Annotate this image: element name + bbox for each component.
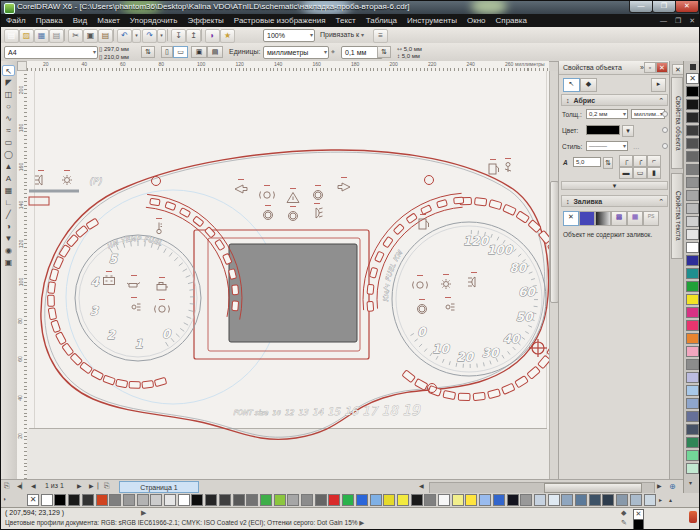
color-swatch[interactable]	[507, 494, 519, 506]
color-swatch[interactable]	[686, 190, 699, 201]
color-swatch[interactable]	[686, 281, 699, 292]
color-swatch[interactable]	[686, 372, 699, 383]
color-swatch[interactable]	[328, 494, 340, 506]
cap-round-button[interactable]: ▭	[633, 167, 647, 179]
color-swatch[interactable]	[686, 294, 699, 305]
color-swatch[interactable]	[534, 494, 546, 506]
profile-warning-icon[interactable]	[689, 511, 697, 523]
color-swatch[interactable]	[686, 216, 699, 227]
property-source-indicator[interactable]	[662, 111, 668, 117]
color-swatch[interactable]	[465, 494, 477, 506]
zoom-tool[interactable]: ○	[2, 101, 15, 112]
fill-section-header[interactable]: ↕ Заливка ⌃	[561, 195, 668, 207]
color-swatch[interactable]	[686, 424, 699, 435]
spin-buttons[interactable]: ⇅	[141, 46, 155, 58]
color-swatch[interactable]	[616, 494, 628, 506]
color-swatch[interactable]	[548, 494, 560, 506]
color-swatch[interactable]: ✕	[27, 494, 39, 506]
options-icon[interactable]: ≡	[373, 29, 388, 43]
color-swatch[interactable]	[274, 494, 286, 506]
color-swatch[interactable]	[96, 494, 108, 506]
fill-fountain-button[interactable]	[595, 211, 611, 226]
last-page-button[interactable]: ▶▕	[89, 482, 98, 489]
outline-color-dropdown[interactable]: ▾	[622, 125, 634, 137]
color-swatch[interactable]	[686, 151, 699, 162]
fill-postscript-button[interactable]: PS	[643, 211, 659, 226]
corner-bevel-button[interactable]: ⌐	[647, 155, 661, 167]
docker-options-button[interactable]: ▸	[651, 78, 666, 92]
color-swatch[interactable]	[479, 494, 491, 506]
document-window-controls[interactable]: — ❐ ✕	[660, 14, 698, 27]
coords-menu-arrow[interactable]: ▶	[141, 509, 146, 517]
color-swatch[interactable]	[686, 333, 699, 344]
units-combo[interactable]: миллиметры▾	[263, 46, 329, 59]
current-page-button[interactable]: ▤	[207, 46, 223, 58]
ruler-origin[interactable]	[17, 61, 27, 71]
color-swatch[interactable]	[219, 494, 231, 506]
undo-icon[interactable]: ↶	[117, 29, 132, 43]
color-swatch[interactable]	[686, 450, 699, 461]
duplicate-y-field[interactable]: ↕ 5,0 мм	[397, 53, 420, 59]
color-swatch[interactable]	[686, 411, 699, 422]
color-swatch[interactable]	[686, 255, 699, 266]
miter-limit-input[interactable]: 5,0	[573, 157, 601, 167]
pick-tool[interactable]: ↖	[2, 65, 15, 76]
color-swatch[interactable]	[686, 320, 699, 331]
polygon-tool[interactable]: ▲	[2, 161, 15, 172]
outline-color-swatch[interactable]	[586, 125, 620, 135]
color-swatch[interactable]	[287, 494, 299, 506]
color-swatch[interactable]: ✕	[686, 73, 699, 84]
copy-icon[interactable]: ▣	[83, 29, 98, 43]
scroll-right-button[interactable]: ▶	[657, 482, 662, 489]
palette-scroll-right-icon[interactable]: ▸	[659, 496, 662, 503]
color-swatch[interactable]	[205, 494, 217, 506]
color-swatch[interactable]	[301, 494, 313, 506]
palette-scroll-down-icon[interactable]: ▾	[689, 479, 692, 486]
color-swatch[interactable]	[686, 242, 699, 253]
prev-page-button[interactable]: ◀	[31, 482, 36, 489]
corner-miter-button[interactable]: ┌	[619, 155, 633, 167]
fill-tool[interactable]: ▣	[2, 257, 15, 268]
color-swatch[interactable]	[315, 494, 327, 506]
color-swatch[interactable]	[686, 138, 699, 149]
dimension-tool[interactable]: ∟	[2, 197, 15, 208]
palette-expand-icon[interactable]: ▴	[669, 496, 672, 503]
color-swatch[interactable]	[644, 494, 656, 506]
color-swatch[interactable]	[630, 494, 642, 506]
color-swatch[interactable]	[137, 494, 149, 506]
color-swatch[interactable]	[686, 268, 699, 279]
color-swatch[interactable]	[41, 494, 53, 506]
fill-uniform-button[interactable]	[579, 211, 595, 226]
color-swatch[interactable]	[233, 494, 245, 506]
pan-zoom-icon[interactable]: ⊕	[669, 482, 676, 491]
page-flip-icon[interactable]: ⎘	[4, 482, 10, 490]
menu-item-3[interactable]: Макет	[92, 14, 125, 27]
menu-item-8[interactable]: Таблица	[361, 14, 402, 27]
duplicate-x-field[interactable]: ⇿ 5,0 мм	[397, 45, 422, 52]
color-swatch[interactable]	[54, 494, 66, 506]
color-swatch[interactable]	[686, 346, 699, 357]
object-tab-button[interactable]: ↖	[563, 78, 580, 92]
color-swatch[interactable]	[686, 203, 699, 214]
menu-item-0[interactable]: Файл	[1, 14, 31, 27]
docker-pin-button[interactable]: ▫	[644, 62, 656, 73]
portrait-button[interactable]: ▯	[161, 46, 173, 58]
color-swatch[interactable]	[246, 494, 258, 506]
redo-icon[interactable]: ↷	[142, 29, 157, 43]
color-swatch[interactable]	[164, 494, 176, 506]
print-icon[interactable]: ▤	[49, 29, 64, 43]
shape-tool[interactable]: ◤	[2, 77, 15, 88]
save-icon[interactable]: ▦	[34, 29, 49, 43]
color-swatch[interactable]	[370, 494, 382, 506]
page-tab[interactable]: Страница 1	[119, 481, 199, 493]
menu-item-6[interactable]: Растровые изображения	[229, 14, 331, 27]
color-swatch[interactable]	[686, 398, 699, 409]
color-swatch[interactable]	[123, 494, 135, 506]
color-swatch[interactable]	[397, 494, 409, 506]
outline-units-combo[interactable]: миллим...▾	[631, 109, 665, 119]
color-swatch[interactable]	[561, 494, 573, 506]
miter-spin[interactable]: ⇅	[603, 157, 613, 169]
color-swatch[interactable]	[686, 385, 699, 396]
all-pages-button[interactable]: ▣	[191, 46, 207, 58]
color-swatch[interactable]	[686, 125, 699, 136]
